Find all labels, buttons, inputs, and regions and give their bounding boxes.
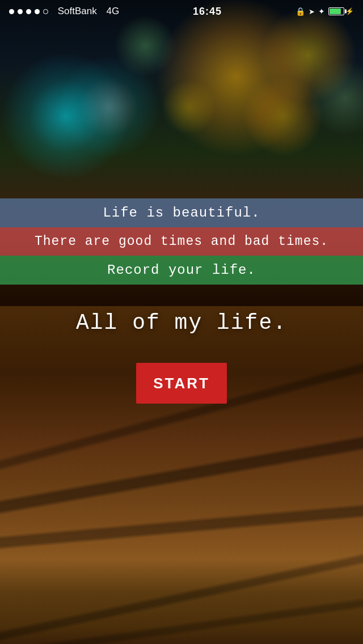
status-bar: SoftBank 4G 16:45 🔒 ➤ ✦ ⚡ [0,0,363,23]
quote-line-1: Life is beautiful. [0,198,363,227]
signal-dot-2 [18,9,23,14]
quote-line-2: There are good times and bad times. [0,227,363,256]
signal-dot-3 [26,9,31,14]
background-bottom [0,306,363,644]
quote-section: Life is beautiful. There are good times … [0,198,363,285]
main-tagline: All of my life. [0,311,363,335]
battery: ⚡ [328,7,354,15]
bluetooth-icon: ✦ [318,7,325,16]
network-label: 4G [106,6,119,17]
carrier-label: SoftBank [58,6,97,17]
status-time: 16:45 [193,6,222,18]
lock-icon: 🔒 [296,7,305,16]
start-button[interactable]: START [136,363,227,404]
location-icon: ➤ [309,7,315,16]
signal-dot-5 [43,9,48,14]
signal-dot-1 [9,9,14,14]
charging-icon: ⚡ [345,7,354,15]
status-right: 🔒 ➤ ✦ ⚡ [296,7,354,16]
quote-line-3: Record your life. [0,256,363,285]
battery-fill [330,9,341,14]
battery-body [328,7,344,15]
status-left: SoftBank 4G [9,6,119,17]
signal-dot-4 [35,9,40,14]
